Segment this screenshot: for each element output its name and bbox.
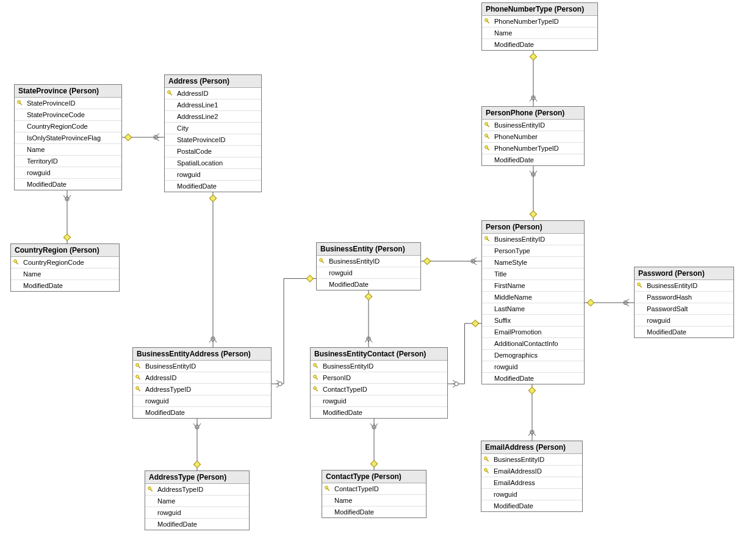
column-row[interactable]: PostalCode <box>165 146 261 157</box>
column-name: rowguid <box>322 397 349 405</box>
column-name: ModifiedDate <box>26 181 69 188</box>
entity-person[interactable]: Person (Person)BusinessEntityIDPersonTyp… <box>481 220 585 384</box>
column-row[interactable]: rowguid <box>15 167 121 179</box>
column-row[interactable]: BusinessEntityID <box>317 256 420 267</box>
column-row[interactable]: CountryRegionCode <box>11 257 119 268</box>
entity-title: AddressType (Person) <box>145 471 249 484</box>
column-row[interactable]: rowguid <box>133 395 271 407</box>
column-row[interactable]: Name <box>482 27 597 39</box>
column-row[interactable]: StateProvinceCode <box>15 109 121 121</box>
column-row[interactable]: Demographics <box>482 350 584 361</box>
column-row[interactable]: Name <box>145 496 249 507</box>
column-row[interactable]: ContactTypeID <box>311 384 447 395</box>
column-row[interactable]: IsOnlyStateProvinceFlag <box>15 132 121 144</box>
column-row[interactable]: ModifiedDate <box>15 179 121 190</box>
column-name: PhoneNumberTypeID <box>493 18 561 25</box>
entity-countryRegion[interactable]: CountryRegion (Person)CountryRegionCodeN… <box>10 243 120 292</box>
column-row[interactable]: NameStyle <box>482 257 584 268</box>
column-row[interactable]: ModifiedDate <box>317 279 420 290</box>
column-row[interactable]: ModifiedDate <box>11 280 119 291</box>
column-row[interactable]: ContactTypeID <box>322 483 426 495</box>
column-row[interactable]: PasswordHash <box>635 292 733 303</box>
column-row[interactable]: ModifiedDate <box>311 407 447 418</box>
column-row[interactable]: BusinessEntityID <box>481 454 582 466</box>
entity-phoneNumberType[interactable]: PhoneNumberType (Person)PhoneNumberTypeI… <box>481 2 598 51</box>
primary-key-icon <box>324 485 331 492</box>
column-row[interactable]: PersonType <box>482 245 584 257</box>
column-name: ContactTypeID <box>333 485 381 492</box>
column-row[interactable]: PhoneNumberTypeID <box>482 143 584 154</box>
column-row[interactable]: EmailPromotion <box>482 326 584 338</box>
column-row[interactable]: FirstName <box>482 280 584 292</box>
column-row[interactable]: AddressTypeID <box>133 384 271 395</box>
column-name: BusinessEntityID <box>322 362 376 370</box>
entity-stateProvince[interactable]: StateProvince (Person)StateProvinceIDSta… <box>14 84 122 190</box>
column-row[interactable]: BusinessEntityID <box>133 361 271 372</box>
column-row[interactable]: AdditionalContactInfo <box>482 338 584 350</box>
column-row[interactable]: CountryRegionCode <box>15 121 121 132</box>
column-name: EmailAddressID <box>492 467 544 475</box>
column-row[interactable]: AddressID <box>133 372 271 384</box>
entity-businessEntityContact[interactable]: BusinessEntityContact (Person)BusinessEn… <box>310 347 448 419</box>
column-row[interactable]: ModifiedDate <box>145 519 249 530</box>
column-row[interactable]: PersonID <box>311 372 447 384</box>
column-row[interactable]: EmailAddress <box>481 477 582 489</box>
column-row[interactable]: rowguid <box>317 267 420 279</box>
column-row[interactable]: ModifiedDate <box>322 506 426 517</box>
column-row[interactable]: ModifiedDate <box>482 373 584 384</box>
column-row[interactable]: PasswordSalt <box>635 303 733 315</box>
column-row[interactable]: Suffix <box>482 315 584 326</box>
column-row[interactable]: Name <box>15 144 121 156</box>
column-row[interactable]: rowguid <box>635 315 733 326</box>
entity-title: Password (Person) <box>635 267 733 280</box>
entity-title: Address (Person) <box>165 75 261 88</box>
column-row[interactable]: StateProvinceID <box>165 134 261 146</box>
column-row[interactable]: rowguid <box>481 489 582 500</box>
column-row[interactable]: rowguid <box>311 395 447 407</box>
entity-businessEntityAddress[interactable]: BusinessEntityAddress (Person)BusinessEn… <box>132 347 272 419</box>
column-row[interactable]: rowguid <box>145 507 249 519</box>
entity-businessEntity[interactable]: BusinessEntity (Person)BusinessEntityIDr… <box>316 242 421 290</box>
column-row[interactable]: TerritoryID <box>15 156 121 167</box>
key-cell <box>311 362 322 370</box>
entity-personPhone[interactable]: PersonPhone (Person)BusinessEntityIDPhon… <box>481 106 585 166</box>
column-row[interactable]: PhoneNumber <box>482 131 584 143</box>
entity-contactType[interactable]: ContactType (Person)ContactTypeIDNameMod… <box>322 470 427 518</box>
column-row[interactable]: Name <box>322 495 426 506</box>
column-row[interactable]: AddressID <box>165 88 261 99</box>
column-row[interactable]: ModifiedDate <box>133 407 271 418</box>
entity-emailAddress[interactable]: EmailAddress (Person)BusinessEntityIDEma… <box>481 441 583 512</box>
column-row[interactable]: rowguid <box>482 361 584 373</box>
column-row[interactable]: AddressTypeID <box>145 484 249 496</box>
column-row[interactable]: AddressLine2 <box>165 111 261 123</box>
column-row[interactable]: Name <box>11 268 119 280</box>
svg-rect-60 <box>486 470 489 473</box>
column-row[interactable]: BusinessEntityID <box>482 120 584 131</box>
column-row[interactable]: BusinessEntityID <box>482 234 584 245</box>
column-name: StateProvinceID <box>26 99 77 107</box>
column-row[interactable]: ModifiedDate <box>165 181 261 192</box>
svg-rect-42 <box>322 261 324 263</box>
column-row[interactable]: SpatialLocation <box>165 157 261 169</box>
column-row[interactable]: EmailAddressID <box>481 466 582 477</box>
column-row[interactable]: ModifiedDate <box>482 39 597 50</box>
column-name: rowguid <box>144 397 171 405</box>
column-row[interactable]: rowguid <box>165 169 261 181</box>
column-row[interactable]: Title <box>482 268 584 280</box>
entity-title: CountryRegion (Person) <box>11 244 119 257</box>
column-row[interactable]: StateProvinceID <box>15 98 121 109</box>
column-row[interactable]: BusinessEntityID <box>635 280 733 292</box>
column-row[interactable]: ModifiedDate <box>481 500 582 511</box>
column-row[interactable]: MiddleName <box>482 292 584 303</box>
entity-address[interactable]: Address (Person)AddressIDAddressLine1Add… <box>164 74 262 192</box>
column-row[interactable]: PhoneNumberTypeID <box>482 16 597 27</box>
column-row[interactable]: BusinessEntityID <box>311 361 447 372</box>
column-name: rowguid <box>156 509 184 516</box>
column-row[interactable]: ModifiedDate <box>635 326 733 337</box>
column-row[interactable]: LastName <box>482 303 584 315</box>
column-row[interactable]: AddressLine1 <box>165 99 261 111</box>
column-row[interactable]: City <box>165 123 261 134</box>
entity-password[interactable]: Password (Person)BusinessEntityIDPasswor… <box>634 267 734 338</box>
column-row[interactable]: ModifiedDate <box>482 154 584 165</box>
entity-addressType[interactable]: AddressType (Person)AddressTypeIDNamerow… <box>145 470 250 530</box>
